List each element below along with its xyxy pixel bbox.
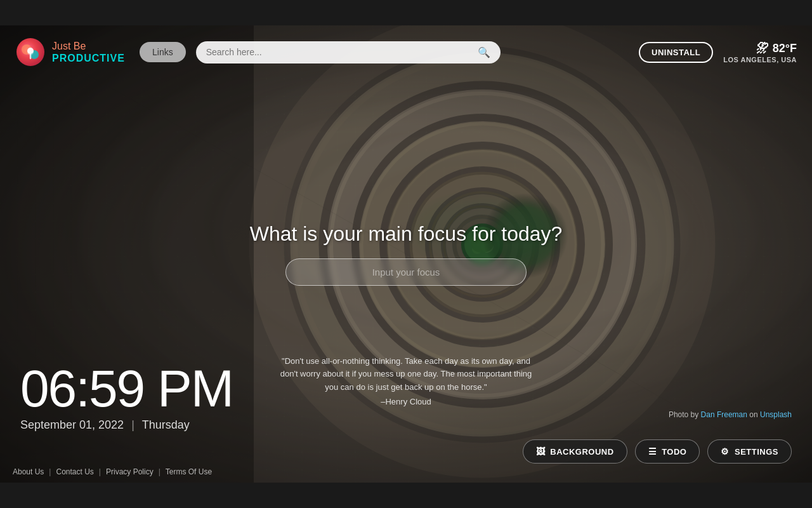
background-button[interactable]: 🖼 BACKGROUND [523, 439, 627, 464]
footer-links: About Us | Contact Us | Privacy Policy |… [13, 467, 217, 476]
photo-credit-prefix: Photo by [669, 410, 701, 419]
todo-button[interactable]: ☰ TODO [635, 439, 700, 464]
background-icon: 🖼 [536, 446, 546, 457]
quote-area: "Don't use all-or-nothing thinking. Take… [273, 355, 539, 406]
center-content: What is your main focus for today? [216, 222, 596, 286]
bottom-bar [0, 483, 812, 508]
weather-top: ⛈ 82°F [756, 41, 797, 56]
search-area: 🔍 [196, 41, 501, 64]
footer-contact-us[interactable]: Contact Us [51, 467, 98, 476]
logo-just-be: Just Be [52, 40, 125, 52]
weather-location: LOS ANGELES, USA [723, 56, 797, 64]
main-content: Just Be PRODUCTIVE Links 🔍 UNINSTALL ⛈ 8… [0, 25, 812, 483]
photo-credit: Photo by Dan Freeman on Unsplash [669, 410, 792, 419]
photo-credit-on: on [747, 410, 760, 419]
settings-icon: ⚙ [721, 446, 730, 457]
date-separator: | [131, 418, 134, 432]
uninstall-button[interactable]: UNINSTALL [639, 42, 713, 63]
focus-question: What is your main focus for today? [216, 222, 596, 246]
platform-link[interactable]: Unsplash [760, 410, 792, 419]
settings-label: SETTINGS [735, 447, 778, 457]
background-label: BACKGROUND [550, 447, 613, 457]
top-bar [0, 0, 812, 25]
weather-icon: ⛈ [756, 41, 769, 56]
bottom-buttons: 🖼 BACKGROUND ☰ TODO ⚙ SETTINGS [523, 439, 792, 464]
logo-area: Just Be PRODUCTIVE [15, 37, 129, 67]
header-right: UNINSTALL ⛈ 82°F LOS ANGELES, USA [639, 41, 797, 64]
day-text: Thursday [142, 418, 190, 432]
links-button[interactable]: Links [140, 42, 186, 62]
focus-input[interactable] [285, 258, 527, 286]
quote-author: –Henry Cloud [273, 397, 539, 406]
clock-time: 06:59 PM [20, 363, 233, 415]
settings-button[interactable]: ⚙ SETTINGS [707, 439, 792, 464]
header: Just Be PRODUCTIVE Links 🔍 UNINSTALL ⛈ 8… [0, 25, 812, 79]
search-icon: 🔍 [478, 46, 490, 58]
svg-point-41 [27, 48, 34, 54]
clock-area: 06:59 PM September 01, 2022 | Thursday [20, 363, 233, 432]
footer-privacy-policy[interactable]: Privacy Policy [101, 467, 159, 476]
search-input[interactable] [206, 47, 473, 57]
logo-icon [15, 37, 46, 67]
photographer-link[interactable]: Dan Freeman [701, 410, 747, 419]
quote-text: "Don't use all-or-nothing thinking. Take… [273, 355, 539, 394]
date-text: September 01, 2022 [20, 418, 124, 432]
footer-about-us[interactable]: About Us [13, 467, 49, 476]
logo-text: Just Be PRODUCTIVE [52, 40, 125, 64]
todo-icon: ☰ [648, 446, 657, 457]
logo-productive: PRODUCTIVE [52, 52, 125, 64]
todo-label: TODO [662, 447, 686, 457]
clock-date: September 01, 2022 | Thursday [20, 418, 233, 432]
weather-area: ⛈ 82°F LOS ANGELES, USA [723, 41, 797, 64]
footer-terms-of-use[interactable]: Terms Of Use [160, 467, 217, 476]
weather-temperature: 82°F [773, 42, 797, 55]
